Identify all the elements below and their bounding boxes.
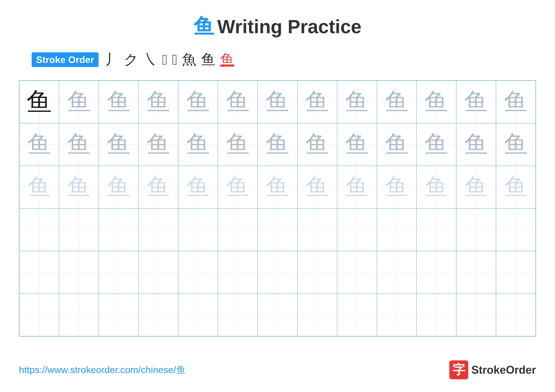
grid-cell: 鱼 — [337, 123, 377, 166]
grid-cell: 鱼 — [178, 166, 218, 208]
grid-cell: 鱼 — [456, 166, 496, 208]
grid-cell — [258, 208, 297, 251]
stroke-4: 𠂆 — [162, 51, 167, 68]
cell-character: 鱼 — [345, 86, 369, 118]
grid-cell — [178, 208, 218, 251]
grid-cell: 鱼 — [258, 166, 297, 208]
grid-cell — [377, 251, 416, 293]
cell-character: 鱼 — [424, 86, 448, 118]
stroke-6: 魚 — [182, 50, 196, 69]
grid-cell — [377, 208, 416, 251]
grid-cell — [59, 208, 99, 251]
grid-cell: 鱼 — [218, 81, 258, 123]
cell-character: 鱼 — [67, 171, 90, 203]
grid-cell: 鱼 — [456, 81, 496, 123]
footer-url: https://www.strokeorder.com/chinese/鱼 — [19, 363, 186, 376]
grid-cell: 鱼 — [19, 81, 59, 123]
cell-character: 鱼 — [226, 86, 250, 118]
grid-cell — [456, 251, 496, 293]
cell-character: 鱼 — [464, 86, 488, 118]
grid-cell — [218, 251, 258, 293]
grid-cell — [59, 294, 99, 336]
practice-grid: 鱼鱼鱼鱼鱼鱼鱼鱼鱼鱼鱼鱼鱼鱼鱼鱼鱼鱼鱼鱼鱼鱼鱼鱼鱼鱼鱼鱼鱼鱼鱼鱼鱼鱼鱼鱼鱼鱼鱼 — [19, 80, 536, 336]
title-english: Writing Practice — [217, 16, 361, 37]
stroke-3: ㇏ — [143, 50, 157, 69]
stroke-order-badge: Stroke Order — [32, 52, 99, 67]
grid-cell — [297, 294, 337, 336]
grid-cell: 鱼 — [178, 81, 218, 123]
stroke-2: ク — [124, 50, 139, 69]
grid-cell: 鱼 — [178, 123, 218, 166]
cell-character: 鱼 — [305, 86, 329, 118]
title-chinese-char: 鱼 — [193, 13, 214, 41]
grid-cell — [99, 251, 139, 293]
grid-cell — [19, 251, 59, 293]
grid-cell — [99, 294, 139, 336]
logo-text: StrokeOrder — [471, 363, 536, 376]
cell-character: 鱼 — [67, 86, 91, 118]
grid-cell: 鱼 — [258, 123, 297, 166]
grid-cell: 鱼 — [297, 123, 337, 166]
grid-cell — [19, 208, 59, 251]
grid-cell — [297, 251, 337, 293]
grid-cell — [178, 294, 218, 336]
grid-cell: 鱼 — [139, 81, 178, 123]
cell-character: 鱼 — [504, 171, 527, 203]
footer-logo: 字 StrokeOrder — [449, 360, 536, 379]
grid-cell: 鱼 — [416, 123, 456, 166]
grid-cell: 鱼 — [59, 166, 99, 208]
grid-cell: 鱼 — [19, 166, 59, 208]
logo-char: 字 — [453, 361, 465, 378]
grid-cell: 鱼 — [456, 123, 496, 166]
grid-cell — [178, 251, 218, 293]
cell-character: 鱼 — [424, 128, 448, 161]
grid-cell: 鱼 — [99, 123, 139, 166]
grid-cell: 鱼 — [337, 81, 377, 123]
grid-cell: 鱼 — [377, 166, 416, 208]
grid-cell: 鱼 — [337, 166, 377, 208]
page-title: 鱼 Writing Practice — [193, 13, 361, 41]
logo-icon: 字 — [449, 360, 468, 379]
grid-cell: 鱼 — [377, 81, 416, 123]
cell-character: 鱼 — [187, 171, 210, 203]
cell-character: 鱼 — [425, 171, 448, 203]
cell-character: 鱼 — [306, 171, 329, 203]
cell-character: 鱼 — [385, 171, 408, 203]
cell-character: 鱼 — [226, 128, 250, 161]
stroke-order-row: Stroke Order 丿 ク ㇏ 𠂆 𠂇 魚 鱼 鱼 — [32, 50, 234, 69]
grid-cell — [496, 251, 536, 293]
grid-cell: 鱼 — [139, 166, 178, 208]
grid-cell — [416, 294, 456, 336]
grid-cell: 鱼 — [218, 166, 258, 208]
cell-character: 鱼 — [146, 86, 170, 118]
grid-cell — [218, 208, 258, 251]
cell-character: 鱼 — [147, 171, 170, 203]
stroke-5: 𠂇 — [172, 51, 177, 68]
cell-character: 鱼 — [28, 171, 51, 203]
grid-cell — [377, 294, 416, 336]
grid-cell: 鱼 — [416, 81, 456, 123]
cell-character: 鱼 — [186, 128, 210, 161]
grid-cell: 鱼 — [496, 166, 536, 208]
grid-cell — [496, 208, 536, 251]
grid-cell — [496, 294, 536, 336]
grid-cell — [297, 208, 337, 251]
cell-character: 鱼 — [27, 128, 51, 161]
grid-cell: 鱼 — [99, 166, 139, 208]
grid-cell — [337, 251, 377, 293]
cell-character: 鱼 — [305, 128, 329, 161]
grid-cell — [139, 208, 178, 251]
grid-cell — [416, 208, 456, 251]
cell-character: 鱼 — [345, 171, 368, 203]
grid-cell: 鱼 — [297, 81, 337, 123]
grid-cell: 鱼 — [99, 81, 139, 123]
grid-cell — [456, 294, 496, 336]
cell-character: 鱼 — [385, 86, 409, 118]
cell-character: 鱼 — [266, 171, 289, 203]
grid-cell — [139, 294, 178, 336]
grid-cell: 鱼 — [218, 123, 258, 166]
cell-character: 鱼 — [107, 86, 131, 118]
grid-cell — [337, 294, 377, 336]
cell-character: 鱼 — [186, 86, 210, 118]
grid-cell: 鱼 — [19, 123, 59, 166]
